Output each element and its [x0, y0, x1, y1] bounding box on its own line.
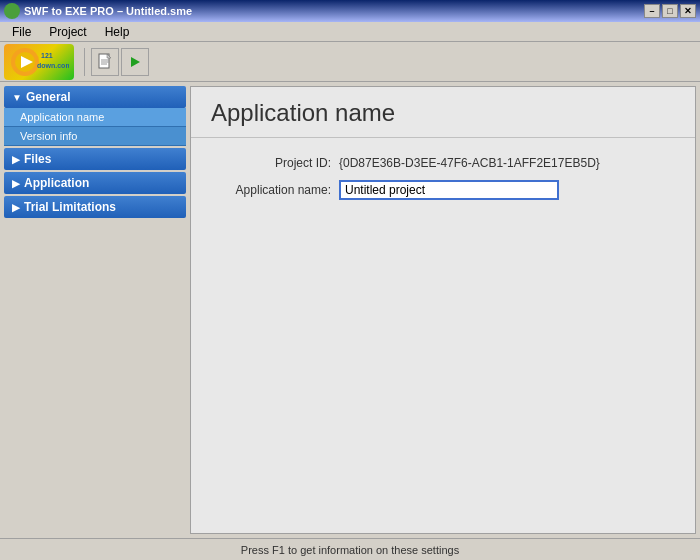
toolbar-document-button[interactable]	[91, 48, 119, 76]
close-button[interactable]: ✕	[680, 4, 696, 18]
title-bar: SWF to EXE PRO – Untitled.sme – □ ✕	[0, 0, 700, 22]
toolbar-logo: 121 down.com	[4, 44, 74, 80]
sidebar-files-label: Files	[24, 152, 51, 166]
app-icon	[4, 3, 20, 19]
sidebar-section-general: ▼ General Application name Version info	[4, 86, 186, 146]
sidebar-header-files[interactable]: ▶ Files	[4, 148, 186, 170]
status-bar: Press F1 to get information on these set…	[0, 538, 700, 560]
title-bar-text: SWF to EXE PRO – Untitled.sme	[4, 3, 192, 19]
sidebar-header-application[interactable]: ▶ Application	[4, 172, 186, 194]
svg-marker-10	[131, 57, 140, 67]
sidebar-application-label: Application	[24, 176, 89, 190]
application-arrow-icon: ▶	[12, 178, 20, 189]
general-arrow-icon: ▼	[12, 92, 22, 103]
status-text: Press F1 to get information on these set…	[241, 544, 459, 556]
content-body: Project ID: {0D87E36B-D3EE-47F6-ACB1-1AF…	[191, 146, 695, 533]
form-row-application-name: Application name:	[211, 180, 675, 200]
title-bar-label: SWF to EXE PRO – Untitled.sme	[24, 5, 192, 17]
sidebar-general-items: Application name Version info	[4, 108, 186, 146]
application-name-label: Application name:	[211, 183, 331, 197]
sidebar-header-trial[interactable]: ▶ Trial Limitations	[4, 196, 186, 218]
trial-arrow-icon: ▶	[12, 202, 20, 213]
sidebar-trial-label: Trial Limitations	[24, 200, 116, 214]
sidebar-header-general[interactable]: ▼ General	[4, 86, 186, 108]
sidebar-section-trial: ▶ Trial Limitations	[4, 196, 186, 218]
content-panel: Application name Project ID: {0D87E36B-D…	[190, 86, 696, 534]
menu-project[interactable]: Project	[41, 23, 94, 41]
toolbar-separator	[84, 48, 85, 76]
minimize-button[interactable]: –	[644, 4, 660, 18]
form-row-project-id: Project ID: {0D87E36B-D3EE-47F6-ACB1-1AF…	[211, 156, 675, 170]
main-area: ▼ General Application name Version info …	[0, 82, 700, 538]
toolbar: 121 down.com	[0, 42, 700, 82]
sidebar-general-label: General	[26, 90, 71, 104]
project-id-value: {0D87E36B-D3EE-47F6-ACB1-1AFF2E17EB5D}	[339, 156, 600, 170]
sidebar: ▼ General Application name Version info …	[0, 82, 190, 538]
toolbar-play-button[interactable]	[121, 48, 149, 76]
title-bar-buttons: – □ ✕	[644, 4, 696, 18]
menu-bar: File Project Help	[0, 22, 700, 42]
svg-text:121: 121	[41, 52, 53, 59]
application-name-input[interactable]	[339, 180, 559, 200]
menu-help[interactable]: Help	[97, 23, 138, 41]
content-title: Application name	[191, 87, 695, 138]
svg-text:down.com: down.com	[37, 62, 69, 69]
sidebar-item-application-name[interactable]: Application name	[4, 108, 186, 127]
project-id-label: Project ID:	[211, 156, 331, 170]
menu-file[interactable]: File	[4, 23, 39, 41]
maximize-button[interactable]: □	[662, 4, 678, 18]
files-arrow-icon: ▶	[12, 154, 20, 165]
sidebar-section-application: ▶ Application	[4, 172, 186, 194]
sidebar-item-version-info[interactable]: Version info	[4, 127, 186, 146]
sidebar-section-files: ▶ Files	[4, 148, 186, 170]
